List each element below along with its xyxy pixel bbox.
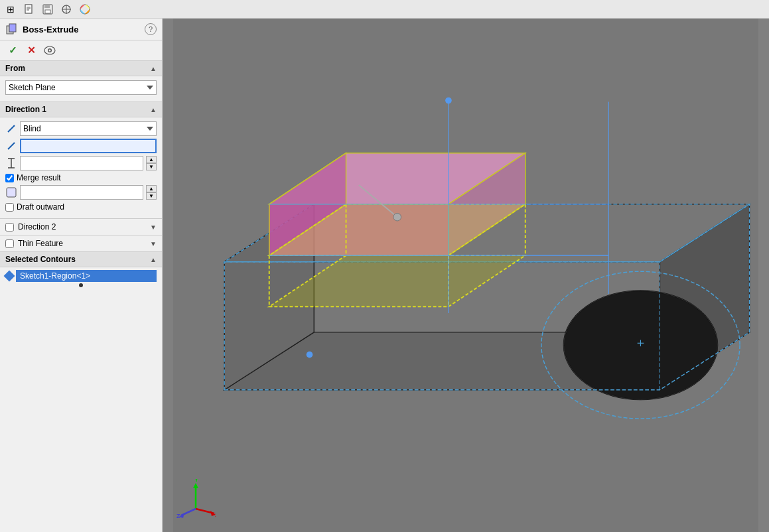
svg-text:Y: Y [194, 479, 198, 483]
contour-dot [79, 283, 83, 287]
from-chevron-icon: ▲ [150, 65, 157, 72]
draft-outward-row: Draft outward [5, 202, 157, 212]
depth-spinner: ▲ ▼ [146, 156, 157, 170]
thin-feature-enable-checkbox[interactable] [5, 239, 14, 248]
thin-feature-section-header[interactable]: Thin Feature ▼ [0, 235, 162, 252]
left-panel: Boss-Extrude ? ✓ ✕ From ▲ Sketch Plane S… [0, 19, 163, 532]
from-section-header[interactable]: From ▲ [0, 61, 162, 76]
contour-diamond-icon [4, 271, 15, 282]
draft-increment-button[interactable]: ▲ [146, 185, 157, 192]
draft-outward-label: Draft outward [17, 202, 64, 212]
contour-item: Sketch1-Region<1> [5, 270, 157, 282]
depth-increment-button[interactable]: ▲ [146, 156, 157, 163]
direction1-section-header[interactable]: Direction 1 ▲ [0, 102, 162, 117]
svg-point-54 [307, 352, 313, 358]
panel-header: Boss-Extrude ? [0, 19, 162, 40]
help-button[interactable]: ? [145, 23, 157, 35]
selected-contours-section-header[interactable]: Selected Contours ▲ [0, 252, 162, 267]
direction2-label: Direction 2 [18, 222, 150, 232]
top-toolbar: ⊞ [0, 0, 769, 19]
thin-feature-chevron-icon: ▼ [150, 240, 157, 247]
draft-outward-checkbox[interactable] [5, 203, 14, 212]
svg-point-52 [393, 213, 401, 221]
axis-indicator: Y X Z [176, 479, 216, 519]
action-row: ✓ ✕ [0, 40, 162, 61]
draft-angle-spinner: ▲ ▼ [146, 185, 157, 200]
contour-dot-row [5, 282, 157, 289]
from-type-select[interactable]: Sketch Plane Surface/Face/Plane Vertex O… [5, 80, 157, 95]
draft-angle-icon [5, 186, 17, 198]
depth-input[interactable]: 25.000mm [20, 156, 143, 170]
merge-result-row: Merge result [5, 173, 157, 182]
merge-result-checkbox[interactable] [5, 174, 14, 182]
direction2-enable-checkbox[interactable] [5, 223, 14, 232]
direction2-section-header[interactable]: Direction 2 ▼ [0, 219, 162, 235]
svg-line-16 [8, 125, 15, 132]
svg-rect-12 [9, 24, 16, 32]
svg-line-18 [8, 143, 15, 149]
svg-rect-23 [7, 188, 16, 197]
svg-rect-5 [44, 5, 50, 8]
color-button[interactable] [77, 1, 93, 17]
direction1-contour-input[interactable] [20, 139, 157, 153]
svg-point-53 [445, 98, 452, 104]
direction1-type-row: Blind Through All Through All - Both Up … [5, 121, 157, 136]
contour-item-label[interactable]: Sketch1-Region<1> [16, 270, 157, 282]
svg-marker-56 [193, 483, 198, 488]
thin-feature-label: Thin Feature [18, 239, 150, 248]
direction1-depth-row: 25.000mm ▲ ▼ [5, 156, 157, 170]
direction1-section-label: Direction 1 [5, 105, 150, 114]
depth-decrement-button[interactable]: ▼ [146, 163, 157, 170]
ok-button[interactable]: ✓ [5, 43, 20, 58]
main-layout: Boss-Extrude ? ✓ ✕ From ▲ Sketch Plane S… [0, 19, 769, 532]
grid-button[interactable]: ⊞ [3, 1, 19, 17]
direction2-chevron-icon: ▼ [150, 224, 157, 231]
panel-title: Boss-Extrude [23, 25, 145, 34]
from-section-label: From [5, 64, 150, 73]
from-type-row: Sketch Plane Surface/Face/Plane Vertex O… [5, 80, 157, 95]
direction1-type-select[interactable]: Blind Through All Through All - Both Up … [20, 121, 157, 136]
cancel-button[interactable]: ✕ [24, 43, 38, 58]
svg-rect-6 [45, 10, 50, 13]
contour-list: Sketch1-Region<1> [0, 267, 162, 291]
svg-text:X: X [215, 511, 216, 518]
flip-direction-button[interactable] [5, 140, 17, 152]
feature-icon [5, 23, 19, 36]
viewport[interactable]: Y X Z [163, 19, 769, 532]
svg-text:Z: Z [176, 513, 180, 519]
draft-decrement-button[interactable]: ▼ [146, 192, 157, 200]
selected-contours-chevron-icon: ▲ [150, 256, 157, 263]
draft-angle-input[interactable] [20, 185, 143, 200]
scene-svg [163, 19, 769, 532]
preview-button[interactable] [42, 43, 57, 58]
direction1-arrow-icon [5, 123, 17, 135]
save-button[interactable] [40, 1, 56, 17]
selected-contours-label: Selected Contours [5, 255, 150, 264]
depth-icon [5, 157, 17, 169]
crosshair-button[interactable] [58, 1, 74, 17]
direction1-section-content: Blind Through All Through All - Both Up … [0, 117, 162, 219]
doc-button[interactable] [21, 1, 37, 17]
direction1-flip-row [5, 139, 157, 153]
merge-result-label: Merge result [17, 173, 61, 182]
direction1-chevron-icon: ▲ [150, 106, 157, 113]
from-section-content: Sketch Plane Surface/Face/Plane Vertex O… [0, 76, 162, 102]
svg-point-15 [49, 50, 51, 52]
draft-angle-row: ▲ ▼ [5, 185, 157, 200]
